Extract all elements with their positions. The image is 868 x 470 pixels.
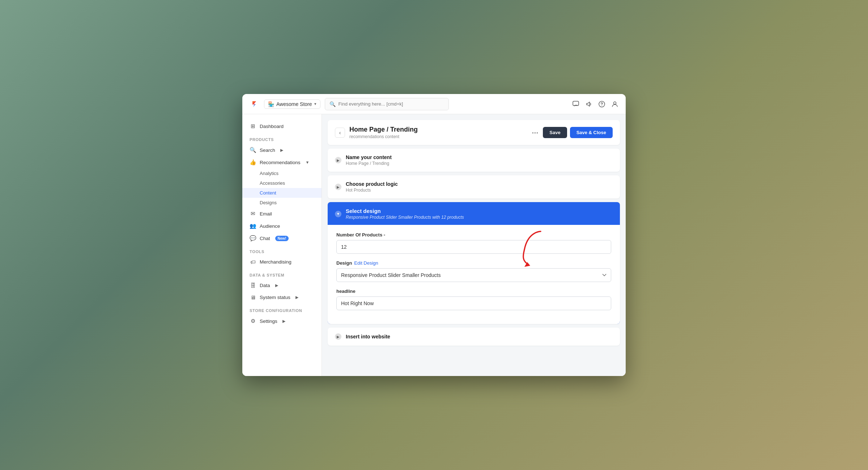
sidebar-label-data: Data (260, 283, 270, 288)
save-button[interactable]: Save (543, 127, 567, 138)
svg-marker-5 (524, 262, 530, 267)
design-group: Design Edit Design Responsive Product Sl… (336, 260, 611, 282)
sidebar-section-store-config: STORE CONFIGURATION (242, 303, 322, 315)
name-content-header[interactable]: ▶ Name your content Home Page / Trending (328, 149, 620, 172)
more-options-button[interactable]: ⋯ (530, 128, 540, 138)
sidebar-item-label: Dashboard (260, 124, 284, 129)
sidebar-item-analytics[interactable]: Analytics (242, 168, 322, 178)
select-design-title: Select design (346, 208, 464, 214)
top-bar-icons (572, 101, 618, 108)
store-icon: 🏪 (268, 101, 274, 107)
svg-rect-1 (573, 101, 579, 106)
system-icon: 🖥 (250, 294, 256, 300)
top-bar: 🏪 Awesome Store ▾ 🔍 (242, 94, 626, 114)
name-content-section: ▶ Name your content Home Page / Trending (328, 149, 620, 172)
sidebar-item-designs[interactable]: Designs (242, 198, 322, 208)
sidebar-item-merchandising[interactable]: 🏷 Merchandising (242, 256, 322, 268)
sidebar-item-dashboard[interactable]: ⊞ Dashboard (242, 120, 322, 132)
page-subtitle: recommendations content (349, 134, 418, 139)
save-close-button[interactable]: Save & Close (570, 127, 613, 138)
sidebar-label-recommendations: Recommendations (260, 160, 301, 165)
choose-logic-section: ▶ Choose product logic Hot Products (328, 175, 620, 198)
chat-new-badge: New! (275, 236, 289, 241)
search-nav-icon: 🔍 (250, 147, 256, 153)
page-title-block: Home Page / Trending recommendations con… (349, 126, 418, 139)
insert-website-info: Insert into website (346, 334, 390, 339)
choose-logic-toggle[interactable]: ▶ (335, 184, 341, 190)
settings-icon: ⚙ (250, 318, 256, 324)
sidebar-section-tools: TOOLS (242, 244, 322, 256)
sidebar-item-content[interactable]: Content (242, 188, 322, 198)
design-select[interactable]: Responsive Product Slider Smaller Produc… (336, 268, 611, 282)
sidebar-label-merchandising: Merchandising (260, 259, 292, 265)
sidebar-item-system-status[interactable]: 🖥 System status ▶ (242, 291, 322, 303)
merchandising-icon: 🏷 (250, 259, 256, 265)
search-icon: 🔍 (329, 101, 336, 107)
app-window: 🏪 Awesome Store ▾ 🔍 (242, 94, 626, 376)
number-of-products-input[interactable] (336, 240, 611, 254)
user-icon[interactable] (611, 101, 618, 108)
store-name: Awesome Store (276, 101, 312, 107)
insert-website-toggle[interactable]: ▶ (335, 333, 341, 340)
sidebar-section-products: PRODUCTS (242, 132, 322, 144)
sidebar-section-data: DATA & SYSTEM (242, 268, 322, 279)
select-design-header[interactable]: ▼ Select design Responsive Product Slide… (328, 202, 620, 225)
page-title: Home Page / Trending (349, 126, 418, 133)
page-header-left: ‹ Home Page / Trending recommendations c… (335, 126, 418, 139)
recommendations-arrow-icon: ▼ (306, 160, 310, 164)
select-design-info: Select design Responsive Product Slider … (346, 208, 464, 220)
bolt-logo (250, 99, 260, 109)
sidebar-item-email[interactable]: ✉ Email (242, 208, 322, 220)
sidebar-label-chat: Chat (260, 236, 270, 241)
name-content-value: Home Page / Trending (346, 161, 392, 166)
choose-logic-info: Choose product logic Hot Products (346, 181, 398, 193)
edit-design-link[interactable]: Edit Design (354, 260, 378, 266)
sidebar-item-settings[interactable]: ⚙ Settings ▶ (242, 315, 322, 327)
select-design-value: Responsive Product Slider Smaller Produc… (346, 215, 464, 220)
headline-label: headline (336, 289, 611, 294)
store-selector[interactable]: 🏪 Awesome Store ▾ (264, 99, 320, 109)
choose-logic-value: Hot Products (346, 188, 398, 193)
chevron-down-icon: ▾ (314, 102, 316, 106)
sidebar-item-search[interactable]: 🔍 Search ▶ (242, 144, 322, 156)
name-content-toggle[interactable]: ▶ (335, 157, 341, 163)
sidebar: ⊞ Dashboard PRODUCTS 🔍 Search ▶ 👍 Recomm… (242, 114, 322, 376)
design-label-text: Design (336, 260, 352, 266)
settings-arrow-icon: ▶ (282, 319, 285, 324)
sidebar-label-search: Search (260, 148, 275, 153)
name-content-info: Name your content Home Page / Trending (346, 154, 392, 166)
sidebar-item-audience[interactable]: 👥 Audience (242, 220, 322, 232)
choose-logic-header[interactable]: ▶ Choose product logic Hot Products (328, 175, 620, 198)
headline-group: headline (336, 289, 611, 310)
sidebar-label-settings: Settings (260, 319, 277, 324)
choose-logic-title: Choose product logic (346, 181, 398, 187)
svg-point-3 (601, 105, 602, 106)
insert-website-section: ▶ Insert into website (328, 328, 620, 346)
megaphone-icon[interactable] (585, 101, 592, 108)
sidebar-item-data[interactable]: 🗄 Data ▶ (242, 279, 322, 291)
back-button[interactable]: ‹ (335, 128, 345, 138)
comment-icon[interactable] (572, 101, 579, 108)
select-design-toggle[interactable]: ▼ (335, 211, 341, 217)
sidebar-label-analytics: Analytics (260, 171, 278, 176)
sidebar-label-content: Content (260, 190, 276, 196)
name-content-title: Name your content (346, 154, 392, 160)
sidebar-item-chat[interactable]: 💬 Chat New! (242, 232, 322, 244)
svg-point-4 (614, 102, 616, 104)
page-header-right: ⋯ Save Save & Close (530, 127, 613, 138)
search-arrow-icon: ▶ (280, 148, 283, 153)
sidebar-label-audience: Audience (260, 223, 280, 229)
sidebar-label-email: Email (260, 211, 272, 217)
search-bar[interactable]: 🔍 (325, 98, 449, 110)
page-header: ‹ Home Page / Trending recommendations c… (328, 120, 620, 145)
search-input[interactable] (339, 101, 444, 107)
email-icon: ✉ (250, 210, 256, 217)
insert-website-header[interactable]: ▶ Insert into website (328, 328, 620, 346)
audience-icon: 👥 (250, 223, 256, 229)
sidebar-item-recommendations[interactable]: 👍 Recommendations ▼ (242, 156, 322, 168)
data-icon: 🗄 (250, 282, 256, 289)
help-icon[interactable] (598, 101, 605, 108)
number-of-products-label: Number Of Products - (336, 232, 611, 238)
sidebar-item-accessories[interactable]: Accessories (242, 178, 322, 188)
headline-input[interactable] (336, 296, 611, 310)
